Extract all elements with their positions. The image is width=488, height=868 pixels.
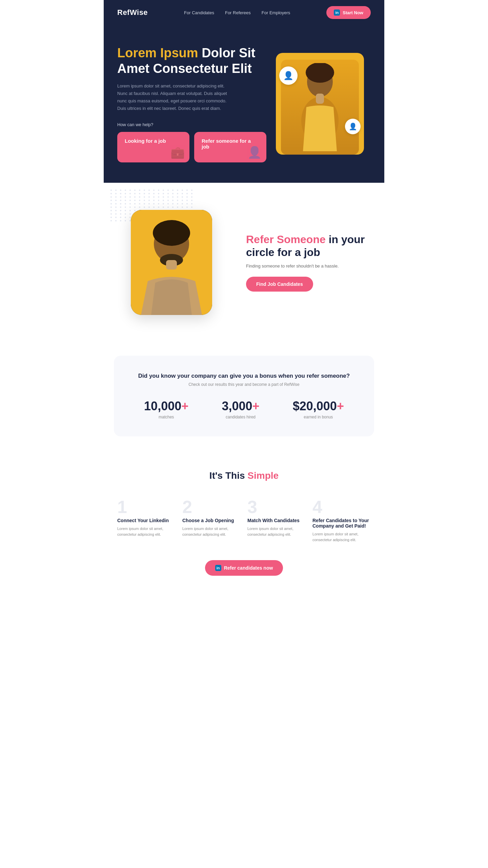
step-1-desc: Lorem ipsum dolor sit amet, consectetur … (117, 526, 176, 538)
stat-hired-number: 3,000+ (222, 399, 259, 413)
stat-bonus-label: earned in bonus (293, 415, 344, 419)
nav-links: For Candidates For Referees For Employer… (184, 10, 290, 15)
step-2-desc: Lorem ipsum dolor sit amet, consectetur … (182, 526, 241, 538)
phone-inner-bg (131, 210, 212, 315)
step-1-number: 1 (117, 498, 176, 516)
nav-link-candidates[interactable]: For Candidates (184, 10, 214, 15)
svg-rect-3 (316, 94, 324, 104)
hero-title-highlight: Lorem Ipsum (117, 46, 198, 60)
steps-title-highlight: Simple (247, 470, 279, 481)
hero-image-area: 👤 👤 (269, 53, 371, 155)
stats-section: Did you know your company can give you a… (104, 356, 384, 436)
refer-content: Refer Someone in your circle for a job F… (226, 233, 371, 292)
stats-row: 10,000+ matches 3,000+ candidates hired … (127, 399, 361, 419)
stat-matches: 10,000+ matches (144, 399, 188, 419)
phone-frame (131, 210, 212, 315)
nav-link-employers[interactable]: For Employers (262, 10, 290, 15)
steps-section: It's This Simple 1 Connect Your Linkedin… (104, 450, 384, 596)
stat-hired: 3,000+ candidates hired (222, 399, 259, 419)
stat-bonus-number: $20,000+ (293, 399, 344, 413)
linkedin-icon: in (334, 9, 340, 16)
find-candidates-button[interactable]: Find Job Candidates (246, 277, 313, 292)
svg-rect-7 (166, 260, 177, 270)
hero-section: Lorem Ipsum Dolor Sit Amet Consectetur E… (104, 25, 384, 183)
briefcase-icon: 💼 (170, 145, 185, 159)
avatar-bubble-bottom: 👤 (345, 119, 361, 134)
stat-bonus: $20,000+ earned in bonus (293, 399, 344, 419)
step-1-name: Connect Your Linkedin (117, 518, 176, 523)
linkedin-icon-2: in (215, 565, 221, 571)
stats-sub: Check out our results this year and beco… (127, 382, 361, 387)
man-silhouette (131, 210, 212, 315)
nav-link-referees[interactable]: For Referees (225, 10, 251, 15)
step-3-name: Match With Candidates (247, 518, 306, 523)
step-2-name: Choose a Job Opening (182, 518, 241, 523)
refer-title: Refer Someone in your circle for a job (246, 233, 371, 259)
step-1: 1 Connect Your Linkedin Lorem ipsum dolo… (117, 498, 176, 543)
stat-hired-label: candidates hired (222, 415, 259, 419)
stat-matches-label: matches (144, 415, 188, 419)
hero-cards: Looking for a job 💼 Refer someone for a … (117, 132, 266, 162)
svg-point-5 (153, 220, 190, 246)
steps-title-plain: It's This (209, 470, 245, 481)
step-4-desc: Lorem ipsum dolor sit amet, consectetur … (312, 531, 371, 543)
stats-heading: Did you know your company can give you a… (127, 373, 361, 379)
hero-image-frame: 👤 👤 (276, 53, 364, 155)
hero-title: Lorem Ipsum Dolor Sit Amet Consectetur E… (117, 45, 266, 76)
steps-row: 1 Connect Your Linkedin Lorem ipsum dolo… (117, 498, 371, 543)
step-3-desc: Lorem ipsum dolor sit amet, consectetur … (247, 526, 306, 538)
refer-now-label: Refer candidates now (224, 565, 273, 571)
step-4-name: Refer Candidates to Your Company and Get… (312, 518, 371, 529)
hero-left: Lorem Ipsum Dolor Sit Amet Consectetur E… (117, 45, 266, 162)
refer-someone-card[interactable]: Refer someone for a job 👤 (194, 132, 266, 162)
step-3: 3 Match With Candidates Lorem ipsum dolo… (247, 498, 306, 543)
start-now-label: Start Now (343, 10, 363, 15)
step-2-number: 2 (182, 498, 241, 516)
looking-for-job-card[interactable]: Looking for a job 💼 (117, 132, 189, 162)
card1-label: Looking for a job (125, 138, 166, 144)
refer-title-highlight: Refer Someone (246, 233, 326, 245)
avatar-icon-1: 👤 (283, 71, 293, 80)
step-4-number: 4 (312, 498, 371, 516)
avatar-icon-2: 👤 (349, 122, 357, 131)
steps-title: It's This Simple (117, 470, 371, 481)
stat-matches-number: 10,000+ (144, 399, 188, 413)
step-3-number: 3 (247, 498, 306, 516)
hero-help-label: How can we help? (117, 122, 266, 127)
avatar-bubble-top: 👤 (279, 66, 298, 85)
person-icon: 👤 (247, 145, 262, 159)
refer-section: Refer Someone in your circle for a job F… (104, 183, 384, 342)
navbar: RefWise For Candidates For Referees For … (104, 0, 384, 25)
logo: RefWise (117, 8, 148, 17)
svg-point-1 (306, 63, 334, 83)
hero-description: Lorem ipsum dolor sit amet, consectetur … (117, 82, 232, 112)
refer-image-area (117, 210, 226, 315)
refer-description: Finding someone to refer shouldn't be a … (246, 263, 371, 269)
refer-now-button[interactable]: in Refer candidates now (205, 560, 283, 576)
step-4: 4 Refer Candidates to Your Company and G… (312, 498, 371, 543)
start-now-button[interactable]: in Start Now (326, 6, 371, 19)
step-2: 2 Choose a Job Opening Lorem ipsum dolor… (182, 498, 241, 543)
